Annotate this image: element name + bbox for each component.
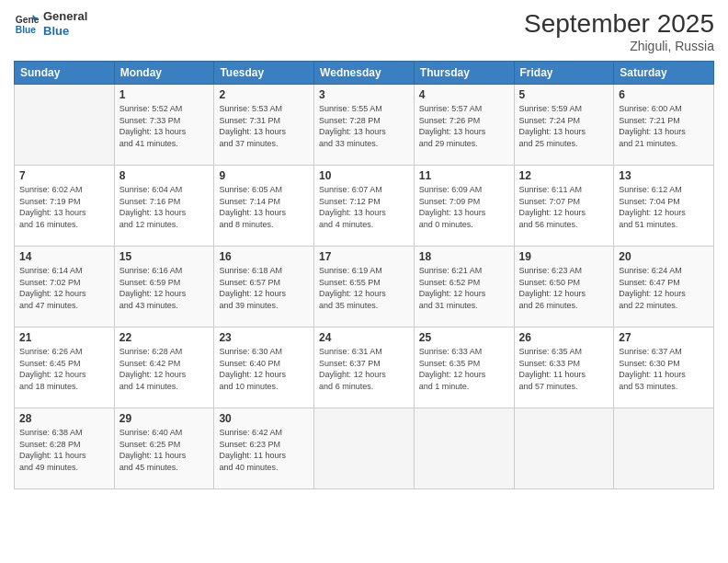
day-number: 10	[319, 169, 409, 182]
cell-info: Sunrise: 6:19 AM Sunset: 6:55 PM Dayligh…	[319, 265, 409, 311]
calendar-cell	[614, 408, 714, 489]
calendar-cell: 12Sunrise: 6:11 AM Sunset: 7:07 PM Dayli…	[514, 166, 614, 247]
calendar-cell: 4Sunrise: 5:57 AM Sunset: 7:26 PM Daylig…	[414, 85, 514, 166]
page: General Blue General Blue September 2025…	[0, 0, 728, 563]
day-number: 30	[219, 412, 309, 425]
cell-info: Sunrise: 6:05 AM Sunset: 7:14 PM Dayligh…	[219, 184, 309, 230]
calendar-cell: 2Sunrise: 5:53 AM Sunset: 7:31 PM Daylig…	[214, 85, 314, 166]
day-number: 9	[219, 169, 309, 182]
logo: General Blue General Blue	[14, 9, 87, 38]
day-number: 14	[19, 250, 109, 263]
cell-info: Sunrise: 6:14 AM Sunset: 7:02 PM Dayligh…	[19, 265, 109, 311]
week-row-2: 7Sunrise: 6:02 AM Sunset: 7:19 PM Daylig…	[15, 166, 714, 247]
week-row-1: 1Sunrise: 5:52 AM Sunset: 7:33 PM Daylig…	[15, 85, 714, 166]
calendar-cell: 27Sunrise: 6:37 AM Sunset: 6:30 PM Dayli…	[614, 327, 714, 408]
week-row-4: 21Sunrise: 6:26 AM Sunset: 6:45 PM Dayli…	[15, 327, 714, 408]
calendar-header-row: SundayMondayTuesdayWednesdayThursdayFrid…	[15, 62, 714, 85]
cell-info: Sunrise: 6:33 AM Sunset: 6:35 PM Dayligh…	[419, 346, 509, 392]
week-row-5: 28Sunrise: 6:38 AM Sunset: 6:28 PM Dayli…	[15, 408, 714, 489]
cell-info: Sunrise: 6:16 AM Sunset: 6:59 PM Dayligh…	[119, 265, 210, 311]
cell-info: Sunrise: 6:11 AM Sunset: 7:07 PM Dayligh…	[519, 184, 609, 230]
day-number: 7	[19, 169, 109, 182]
day-number: 3	[319, 88, 409, 101]
logo-general: General	[43, 9, 87, 24]
cell-info: Sunrise: 5:53 AM Sunset: 7:31 PM Dayligh…	[219, 103, 309, 149]
cell-info: Sunrise: 6:26 AM Sunset: 6:45 PM Dayligh…	[19, 346, 109, 392]
calendar-cell: 1Sunrise: 5:52 AM Sunset: 7:33 PM Daylig…	[114, 85, 214, 166]
cell-info: Sunrise: 6:18 AM Sunset: 6:57 PM Dayligh…	[219, 265, 309, 311]
day-number: 17	[319, 250, 409, 263]
calendar-cell: 19Sunrise: 6:23 AM Sunset: 6:50 PM Dayli…	[514, 247, 614, 327]
calendar-cell	[15, 85, 115, 166]
day-number: 28	[19, 412, 109, 425]
logo-icon: General Blue	[14, 11, 40, 37]
day-number: 2	[219, 88, 309, 101]
calendar-cell: 5Sunrise: 5:59 AM Sunset: 7:24 PM Daylig…	[514, 85, 614, 166]
day-number: 29	[119, 412, 210, 425]
calendar-cell: 21Sunrise: 6:26 AM Sunset: 6:45 PM Dayli…	[15, 327, 115, 408]
calendar-cell: 17Sunrise: 6:19 AM Sunset: 6:55 PM Dayli…	[314, 247, 415, 327]
cell-info: Sunrise: 5:52 AM Sunset: 7:33 PM Dayligh…	[119, 103, 210, 149]
calendar-cell: 10Sunrise: 6:07 AM Sunset: 7:12 PM Dayli…	[314, 166, 415, 247]
cell-info: Sunrise: 6:00 AM Sunset: 7:21 PM Dayligh…	[619, 103, 709, 149]
day-number: 1	[119, 88, 210, 101]
day-header-tuesday: Tuesday	[214, 62, 314, 85]
cell-info: Sunrise: 6:31 AM Sunset: 6:37 PM Dayligh…	[319, 346, 409, 392]
cell-info: Sunrise: 6:28 AM Sunset: 6:42 PM Dayligh…	[119, 346, 210, 392]
day-number: 13	[619, 169, 709, 182]
calendar-cell: 29Sunrise: 6:40 AM Sunset: 6:25 PM Dayli…	[114, 408, 214, 489]
cell-info: Sunrise: 6:35 AM Sunset: 6:33 PM Dayligh…	[519, 346, 609, 392]
calendar-cell: 13Sunrise: 6:12 AM Sunset: 7:04 PM Dayli…	[614, 166, 714, 247]
month-year: September 2025	[524, 9, 714, 39]
day-number: 25	[419, 331, 509, 344]
calendar-cell: 30Sunrise: 6:42 AM Sunset: 6:23 PM Dayli…	[214, 408, 314, 489]
calendar-cell: 7Sunrise: 6:02 AM Sunset: 7:19 PM Daylig…	[15, 166, 115, 247]
svg-text:Blue: Blue	[16, 25, 37, 35]
logo-blue: Blue	[43, 24, 87, 39]
location: Zhiguli, Russia	[524, 39, 714, 53]
calendar-cell: 22Sunrise: 6:28 AM Sunset: 6:42 PM Dayli…	[114, 327, 214, 408]
day-header-thursday: Thursday	[414, 62, 514, 85]
calendar-cell: 24Sunrise: 6:31 AM Sunset: 6:37 PM Dayli…	[314, 327, 415, 408]
cell-info: Sunrise: 6:07 AM Sunset: 7:12 PM Dayligh…	[319, 184, 409, 230]
day-number: 15	[119, 250, 210, 263]
cell-info: Sunrise: 5:59 AM Sunset: 7:24 PM Dayligh…	[519, 103, 609, 149]
day-number: 18	[419, 250, 509, 263]
day-header-sunday: Sunday	[15, 62, 115, 85]
day-header-monday: Monday	[114, 62, 214, 85]
calendar-cell: 9Sunrise: 6:05 AM Sunset: 7:14 PM Daylig…	[214, 166, 314, 247]
day-number: 11	[419, 169, 509, 182]
calendar-cell	[414, 408, 514, 489]
cell-info: Sunrise: 6:24 AM Sunset: 6:47 PM Dayligh…	[619, 265, 709, 311]
day-number: 26	[519, 331, 609, 344]
day-header-wednesday: Wednesday	[314, 62, 415, 85]
calendar-cell: 14Sunrise: 6:14 AM Sunset: 7:02 PM Dayli…	[15, 247, 115, 327]
day-number: 27	[619, 331, 709, 344]
calendar-cell: 20Sunrise: 6:24 AM Sunset: 6:47 PM Dayli…	[614, 247, 714, 327]
calendar-cell	[314, 408, 415, 489]
cell-info: Sunrise: 6:30 AM Sunset: 6:40 PM Dayligh…	[219, 346, 309, 392]
day-number: 8	[119, 169, 210, 182]
cell-info: Sunrise: 6:21 AM Sunset: 6:52 PM Dayligh…	[419, 265, 509, 311]
cell-info: Sunrise: 5:55 AM Sunset: 7:28 PM Dayligh…	[319, 103, 409, 149]
cell-info: Sunrise: 6:04 AM Sunset: 7:16 PM Dayligh…	[119, 184, 210, 230]
day-number: 4	[419, 88, 509, 101]
cell-info: Sunrise: 6:12 AM Sunset: 7:04 PM Dayligh…	[619, 184, 709, 230]
calendar-cell: 25Sunrise: 6:33 AM Sunset: 6:35 PM Dayli…	[414, 327, 514, 408]
calendar-cell: 28Sunrise: 6:38 AM Sunset: 6:28 PM Dayli…	[15, 408, 115, 489]
calendar-cell	[514, 408, 614, 489]
day-number: 20	[619, 250, 709, 263]
calendar-cell: 6Sunrise: 6:00 AM Sunset: 7:21 PM Daylig…	[614, 85, 714, 166]
cell-info: Sunrise: 6:37 AM Sunset: 6:30 PM Dayligh…	[619, 346, 709, 392]
day-number: 23	[219, 331, 309, 344]
svg-text:General: General	[16, 15, 40, 25]
calendar-table: SundayMondayTuesdayWednesdayThursdayFrid…	[14, 61, 714, 489]
cell-info: Sunrise: 6:38 AM Sunset: 6:28 PM Dayligh…	[19, 427, 109, 473]
header: General Blue General Blue September 2025…	[14, 9, 714, 53]
day-number: 22	[119, 331, 210, 344]
week-row-3: 14Sunrise: 6:14 AM Sunset: 7:02 PM Dayli…	[15, 247, 714, 327]
calendar-cell: 11Sunrise: 6:09 AM Sunset: 7:09 PM Dayli…	[414, 166, 514, 247]
day-number: 5	[519, 88, 609, 101]
day-header-friday: Friday	[514, 62, 614, 85]
day-number: 21	[19, 331, 109, 344]
